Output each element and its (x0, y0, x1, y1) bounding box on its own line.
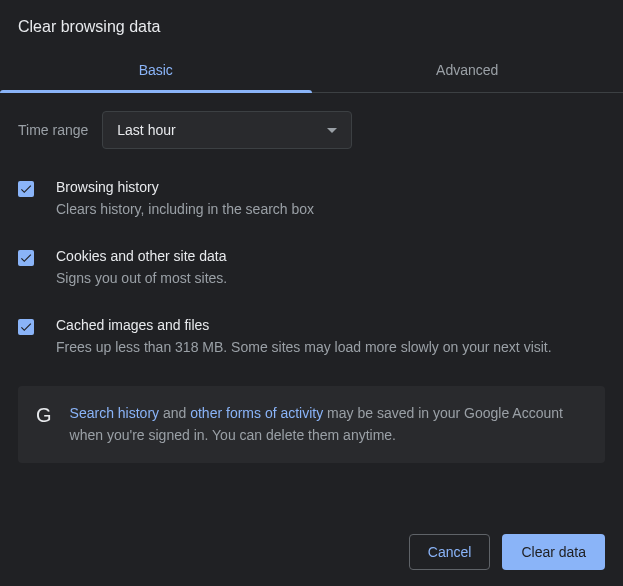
option-title: Browsing history (56, 179, 314, 195)
info-text: Search history and other forms of activi… (70, 402, 587, 447)
check-icon (19, 320, 33, 334)
tab-advanced[interactable]: Advanced (312, 50, 624, 92)
option-title: Cached images and files (56, 317, 552, 333)
dialog-title: Clear browsing data (0, 0, 623, 50)
checkbox-cache[interactable] (18, 319, 34, 335)
checkbox-cookies[interactable] (18, 250, 34, 266)
link-other-activity[interactable]: other forms of activity (190, 405, 323, 421)
link-search-history[interactable]: Search history (70, 405, 159, 421)
option-cookies: Cookies and other site data Signs you ou… (18, 248, 605, 289)
clear-data-button[interactable]: Clear data (502, 534, 605, 570)
check-icon (19, 182, 33, 196)
tab-basic[interactable]: Basic (0, 50, 312, 92)
checkbox-browsing-history[interactable] (18, 181, 34, 197)
time-range-row: Time range Last hour (18, 111, 605, 149)
option-desc: Signs you out of most sites. (56, 268, 227, 289)
option-desc: Frees up less than 318 MB. Some sites ma… (56, 337, 552, 358)
option-text: Cookies and other site data Signs you ou… (56, 248, 227, 289)
cancel-button[interactable]: Cancel (409, 534, 491, 570)
option-title: Cookies and other site data (56, 248, 227, 264)
time-range-label: Time range (18, 122, 88, 138)
tabs: Basic Advanced (0, 50, 623, 93)
option-cache: Cached images and files Frees up less th… (18, 317, 605, 358)
dialog-content: Time range Last hour Browsing history Cl… (0, 93, 623, 463)
google-icon: G (36, 404, 52, 427)
option-browsing-history: Browsing history Clears history, includi… (18, 179, 605, 220)
info-text-part: and (159, 405, 190, 421)
dialog-footer: Cancel Clear data (0, 518, 623, 586)
option-text: Cached images and files Frees up less th… (56, 317, 552, 358)
time-range-value: Last hour (117, 122, 175, 138)
time-range-select[interactable]: Last hour (102, 111, 352, 149)
chevron-down-icon (327, 128, 337, 133)
check-icon (19, 251, 33, 265)
option-desc: Clears history, including in the search … (56, 199, 314, 220)
info-box: G Search history and other forms of acti… (18, 386, 605, 463)
option-text: Browsing history Clears history, includi… (56, 179, 314, 220)
